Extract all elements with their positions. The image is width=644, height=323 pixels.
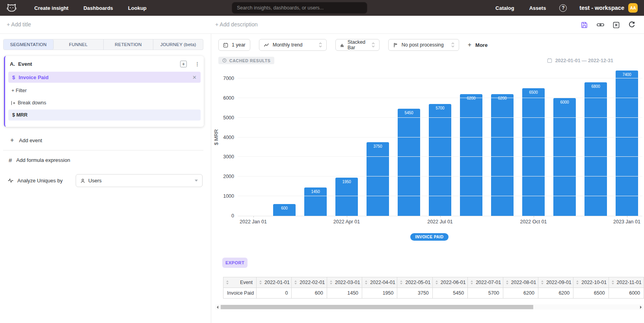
nav-item-catalog[interactable]: Catalog [495, 5, 514, 11]
sort-icon[interactable] [541, 280, 544, 285]
chart-type-value: Stacked Bar [348, 39, 368, 50]
search-input[interactable] [232, 2, 367, 14]
table-cell-value: 5700 [468, 288, 503, 299]
save-icon[interactable] [581, 21, 588, 29]
x-tick-label: 2022 Jan 01 [240, 219, 267, 225]
more-options-button[interactable]: + More [468, 41, 488, 48]
analyze-uniques-select[interactable]: Users [76, 174, 203, 187]
nav-item-dashboards[interactable]: Dashboards [84, 5, 113, 11]
sort-icon[interactable] [294, 280, 297, 285]
export-button[interactable]: EXPORT [222, 258, 248, 268]
selected-event-row[interactable]: $ Invoice Paid ✕ [8, 72, 201, 83]
column-header-2022-09-01[interactable]: 2022-09-01 [538, 277, 573, 288]
chevron-down-icon [195, 180, 198, 182]
nav-item-assets[interactable]: Assets [529, 5, 546, 11]
help-icon[interactable]: ? [559, 4, 567, 12]
table-cell-value: 1450 [327, 288, 362, 299]
refresh-icon[interactable] [628, 21, 635, 28]
legend-item-invoice-paid[interactable]: INVOICE PAID [410, 233, 449, 241]
add-event-button[interactable]: + Add event [3, 137, 203, 144]
close-square-icon[interactable] [613, 22, 620, 28]
column-header-2022-08-01[interactable]: 2022-08-01 [503, 277, 538, 288]
bar[interactable]: 6500 [522, 88, 545, 216]
column-header-2022-02-01[interactable]: 2022-02-01 [292, 277, 327, 288]
results-table: Event2022-01-012022-02-012022-03-012022-… [223, 277, 644, 299]
add-formula-button[interactable]: # Add formula expression [3, 157, 203, 163]
bar[interactable]: 6200 [460, 94, 482, 216]
chart-type-select[interactable]: Stacked Bar [335, 39, 380, 51]
bar[interactable]: 5700 [429, 104, 451, 216]
add-description-button[interactable]: + Add description [215, 21, 258, 28]
column-header-2022-11-01[interactable]: 2022-11-01 [609, 277, 644, 288]
bar[interactable]: 1950 [335, 178, 358, 216]
table-cell-value: 3750 [397, 288, 432, 299]
time-window-button[interactable]: 1 year [218, 39, 250, 51]
nav-item-lookup[interactable]: Lookup [128, 5, 147, 11]
bar[interactable]: 6000 [553, 98, 576, 216]
bar[interactable]: 5450 [398, 109, 420, 216]
scroll-left-icon[interactable] [215, 304, 220, 310]
sort-icon[interactable] [226, 280, 229, 285]
sort-icon[interactable] [506, 280, 509, 285]
column-header-2022-04-01[interactable]: 2022-04-01 [362, 277, 397, 288]
sort-icon[interactable] [400, 280, 403, 285]
table-header-row: Event2022-01-012022-02-012022-03-012022-… [223, 277, 644, 288]
calendar-icon [547, 58, 552, 63]
bar[interactable]: 6200 [491, 94, 514, 216]
sort-icon[interactable] [470, 280, 473, 285]
link-icon[interactable] [597, 22, 604, 27]
bar-slot: 3750 [362, 69, 393, 216]
remove-event-icon[interactable]: ✕ [192, 74, 197, 80]
app-logo-cat-icon[interactable] [6, 4, 17, 13]
breakdown-value-row[interactable]: $ MRR [8, 110, 201, 121]
bar[interactable]: 600 [273, 204, 296, 216]
add-event-to-group-icon[interactable]: + [180, 61, 187, 67]
tab-journey-beta[interactable]: JOURNEY (beta) [153, 39, 203, 50]
bar[interactable]: 3750 [367, 142, 389, 216]
date-range[interactable]: 2022-01-01 — 2022-12-31 [547, 58, 613, 63]
bar[interactable]: 7400 [616, 71, 638, 216]
scrollbar-thumb[interactable] [221, 305, 533, 309]
top-nav: Create insightDashboardsLookup CatalogAs… [0, 0, 644, 16]
column-header-2022-10-01[interactable]: 2022-10-01 [573, 277, 609, 288]
sort-icon[interactable] [259, 280, 262, 285]
scroll-right-icon[interactable] [638, 304, 643, 310]
bar-value-label: 6200 [491, 96, 514, 100]
post-processing-select[interactable]: No post processing [388, 39, 459, 51]
sort-icon[interactable] [365, 280, 368, 285]
add-title-button[interactable]: + Add title [7, 21, 31, 28]
bar[interactable]: 1450 [304, 187, 327, 216]
column-header-2022-03-01[interactable]: 2022-03-01 [327, 277, 362, 288]
bar-chart-icon [340, 43, 344, 48]
post-processing-value: No post processing [402, 42, 444, 48]
horizontal-scrollbar[interactable] [215, 304, 643, 310]
bar-slot: 1450 [300, 69, 331, 216]
event-dollar-symbol: $ [12, 74, 15, 80]
column-header-2022-06-01[interactable]: 2022-06-01 [432, 277, 467, 288]
sort-icon[interactable] [435, 280, 438, 285]
column-header-event[interactable]: Event [223, 277, 257, 288]
column-header-2022-05-01[interactable]: 2022-05-01 [397, 277, 432, 288]
breakdowns-button[interactable]: Break downs [8, 100, 201, 106]
y-tick-label: 6000 [223, 95, 234, 101]
add-filter-button[interactable]: + Filter [8, 88, 201, 93]
plus-icon: + [10, 137, 14, 144]
avatar[interactable]: AA [628, 3, 638, 13]
nav-item-create-insight[interactable]: Create insight [34, 5, 69, 11]
tab-retention[interactable]: RETENTION [104, 39, 154, 50]
bar-value-label: 5450 [398, 111, 420, 115]
column-header-2022-01-01[interactable]: 2022-01-01 [257, 277, 292, 288]
bar-value-label: 6500 [522, 90, 545, 95]
sort-icon[interactable] [329, 280, 333, 285]
workspace-name[interactable]: test - workspace [579, 5, 624, 11]
bar-chart: $ MRR 2022 Jan 01600145019502022 Apr 013… [215, 69, 644, 226]
bar-slot: 6800 [580, 69, 611, 216]
sort-icon[interactable] [611, 280, 614, 285]
event-group-menu-icon[interactable]: ⋮ [195, 61, 200, 67]
trend-select[interactable]: Monthly trend [259, 39, 327, 51]
tab-segmentation[interactable]: SEGMENTATION [4, 39, 54, 50]
tab-funnel[interactable]: FUNNEL [54, 39, 104, 50]
sort-icon[interactable] [576, 280, 579, 285]
column-header-2022-07-01[interactable]: 2022-07-01 [468, 277, 503, 288]
results-pane: 1 year Monthly trend Stacked Bar [211, 34, 644, 323]
